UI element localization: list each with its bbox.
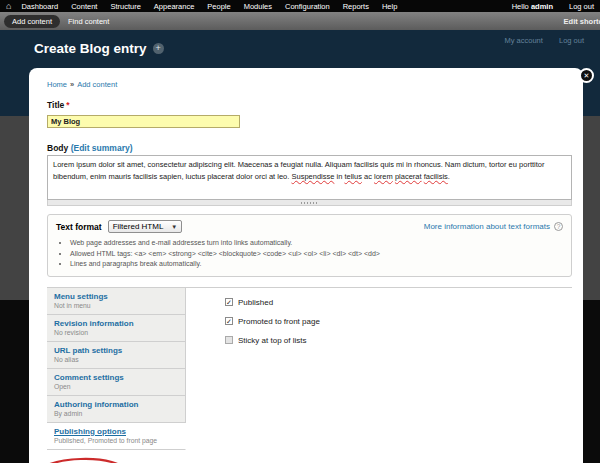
add-shortcut-icon[interactable] xyxy=(153,43,164,54)
shortcut-find-content[interactable]: Find content xyxy=(60,15,117,28)
format-tip: Web page addresses and e-mail addresses … xyxy=(70,238,563,249)
vertical-tab-menu-settings[interactable]: Menu settingsNot in menu xyxy=(47,288,185,315)
title-label-text: Title xyxy=(47,100,64,110)
checked-checkbox-icon[interactable] xyxy=(225,298,233,306)
vertical-tabs: Menu settingsNot in menuRevision informa… xyxy=(47,287,572,450)
screen: DashboardContentStructureAppearancePeopl… xyxy=(0,0,600,463)
body-field-label: Body (Edit summary) xyxy=(47,143,571,153)
header-logout-link[interactable]: Log out xyxy=(559,36,584,45)
toolbar-item-dashboard[interactable]: Dashboard xyxy=(21,2,58,11)
toolbar-logout-link[interactable]: Log out xyxy=(569,2,594,11)
page-title: Create Blog entry xyxy=(34,41,164,56)
page-title-text: Create Blog entry xyxy=(34,41,147,56)
body-text-segment: Suspendisse xyxy=(291,172,334,181)
checkbox-row-published[interactable]: Published xyxy=(225,298,572,307)
toolbar-item-modules[interactable]: Modules xyxy=(244,2,272,11)
toolbar-right: Hello admin Log out xyxy=(512,2,594,11)
text-format-select[interactable]: Filtered HTML xyxy=(108,220,183,233)
vertical-tab-title[interactable]: URL path settings xyxy=(54,346,178,355)
checked-checkbox-icon[interactable] xyxy=(225,317,233,325)
more-info-link[interactable]: More information about text formats xyxy=(424,222,550,231)
vertical-tab-comment-settings[interactable]: Comment settingsOpen xyxy=(47,369,185,396)
format-tip: Allowed HTML tags: <a> <em> <strong> <ci… xyxy=(70,249,563,260)
toolbar-item-help[interactable]: Help xyxy=(382,2,397,11)
vertical-tab-title[interactable]: Authoring information xyxy=(54,400,178,409)
toolbar-item-people[interactable]: People xyxy=(207,2,230,11)
body-label-text: Body xyxy=(47,143,68,153)
save-highlight-annotation xyxy=(33,456,129,463)
body-text-segment: tellus xyxy=(344,172,362,181)
checkbox-row-promoted-to-front-page[interactable]: Promoted to front page xyxy=(225,317,572,326)
greeting-prefix: Hello xyxy=(512,2,529,11)
checkbox-label: Promoted to front page xyxy=(238,317,320,326)
vertical-tab-summary: No revision xyxy=(54,329,178,336)
admin-toolbar-menu: DashboardContentStructureAppearancePeopl… xyxy=(21,2,410,11)
help-icon[interactable] xyxy=(554,222,563,231)
text-format-value: Filtered HTML xyxy=(113,222,164,231)
toolbar-item-reports[interactable]: Reports xyxy=(343,2,369,11)
body-text-segment: placerat xyxy=(395,172,422,181)
title-field-label: Title* xyxy=(47,100,571,110)
grippie-icon xyxy=(301,202,319,204)
overlay-modal: Home»Add content Title* Body (Edit summa… xyxy=(29,68,583,463)
textarea-resize-grippie[interactable] xyxy=(47,200,572,206)
text-format-fieldset: Text format Filtered HTML More informati… xyxy=(47,214,572,277)
checkbox-label: Sticky at top of lists xyxy=(238,336,306,345)
account-links: My account Log out xyxy=(491,36,584,45)
toolbar-item-structure[interactable]: Structure xyxy=(110,2,140,11)
vertical-tab-title[interactable]: Publishing options xyxy=(54,427,178,436)
chevron-down-icon xyxy=(171,224,177,230)
vertical-tab-title[interactable]: Comment settings xyxy=(54,373,178,382)
format-tips-list: Web page addresses and e-mail addresses … xyxy=(56,238,563,270)
shortcut-bar: Add contentFind content Edit shortcuts xyxy=(0,12,600,30)
toolbar-item-configuration[interactable]: Configuration xyxy=(285,2,330,11)
my-account-link[interactable]: My account xyxy=(505,36,543,45)
breadcrumb-add-content-link[interactable]: Add content xyxy=(77,80,117,89)
edit-summary-link[interactable]: (Edit summary) xyxy=(71,143,133,153)
modal-content: Home»Add content Title* Body (Edit summa… xyxy=(29,68,583,463)
breadcrumb: Home»Add content xyxy=(47,80,571,89)
vertical-tab-title[interactable]: Menu settings xyxy=(54,292,178,301)
vertical-tab-authoring-information[interactable]: Authoring informationBy admin xyxy=(47,396,185,423)
vertical-tab-summary: Open xyxy=(54,383,178,390)
body-text-segment: facilisis xyxy=(424,172,448,181)
checkbox-label: Published xyxy=(238,298,273,307)
toolbar-item-appearance[interactable]: Appearance xyxy=(154,2,194,11)
more-info-wrap: More information about text formats xyxy=(424,222,563,231)
edit-shortcuts-link[interactable]: Edit shortcuts xyxy=(564,17,600,26)
toolbar-greeting: Hello admin xyxy=(512,2,553,11)
body-textarea[interactable]: Lorem ipsum dolor sit amet, consectetur … xyxy=(47,155,572,200)
toolbar-item-content[interactable]: Content xyxy=(71,2,97,11)
breadcrumb-separator: » xyxy=(70,80,74,89)
breadcrumb-home-link[interactable]: Home xyxy=(47,80,67,89)
body-text-segment: ac xyxy=(362,172,374,181)
shortcut-add-content[interactable]: Add content xyxy=(4,15,60,28)
publishing-options-pane: PublishedPromoted to front pageSticky at… xyxy=(186,288,572,450)
required-marker: * xyxy=(66,100,69,110)
vertical-tab-publishing-options[interactable]: Publishing optionsPublished, Promoted to… xyxy=(47,423,186,450)
format-tip: Lines and paragraphs break automatically… xyxy=(70,259,563,270)
vertical-tab-summary: Not in menu xyxy=(54,302,178,309)
vertical-tab-summary: No alias xyxy=(54,356,178,363)
title-input[interactable] xyxy=(47,115,240,128)
vertical-tab-title[interactable]: Revision information xyxy=(54,319,178,328)
vertical-tab-summary: Published, Promoted to front page xyxy=(54,437,178,444)
vertical-tab-url-path-settings[interactable]: URL path settingsNo alias xyxy=(47,342,185,369)
unchecked-checkbox-icon[interactable] xyxy=(225,336,233,344)
shortcut-items: Add contentFind content xyxy=(4,17,117,26)
checkbox-row-sticky-at-top-of-lists[interactable]: Sticky at top of lists xyxy=(225,336,572,345)
text-format-label: Text format xyxy=(56,222,102,232)
body-text-segment: lorem xyxy=(374,172,393,181)
admin-toolbar: DashboardContentStructureAppearancePeopl… xyxy=(0,0,600,12)
text-format-row: Text format Filtered HTML More informati… xyxy=(56,220,563,233)
close-icon[interactable] xyxy=(579,68,594,83)
body-text-segment: in xyxy=(334,172,344,181)
vertical-tab-revision-information[interactable]: Revision informationNo revision xyxy=(47,315,185,342)
home-icon[interactable] xyxy=(6,2,11,11)
vertical-tab-summary: By admin xyxy=(54,410,178,417)
body-text-segment: . xyxy=(448,172,450,181)
toolbar-username[interactable]: admin xyxy=(531,2,553,11)
vertical-tabs-column: Menu settingsNot in menuRevision informa… xyxy=(47,288,186,450)
